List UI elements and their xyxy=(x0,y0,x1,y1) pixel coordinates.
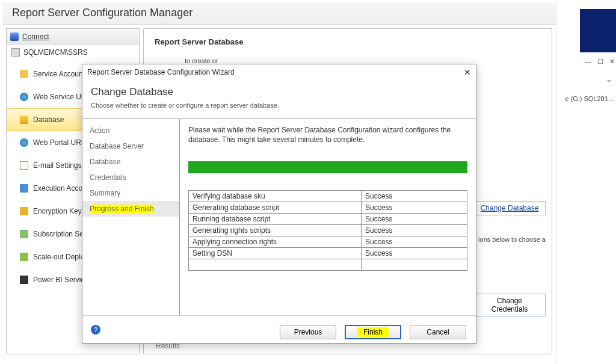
wizard-step-summary[interactable]: Summary xyxy=(82,185,179,201)
window-title: Report Server Configuration Manager xyxy=(2,2,556,25)
table-row: Setting DSNSuccess xyxy=(189,248,467,259)
close-icon[interactable]: ✕ xyxy=(609,58,615,66)
sidebar-item-label: Service Account xyxy=(33,70,85,78)
wizard-heading: Change Database xyxy=(91,86,467,98)
wizard-titlebar: Report Server Database Configuration Wiz… xyxy=(82,64,476,80)
connect-icon xyxy=(10,32,19,41)
wizard-results-table: Verifying database skuSuccess Generating… xyxy=(188,190,467,271)
table-row: Generating database scriptSuccess xyxy=(189,202,467,214)
status-cell: Success xyxy=(362,214,467,225)
panel-title: Report Server Database xyxy=(155,37,541,46)
wizard-step-database[interactable]: Database xyxy=(82,154,179,170)
button-label: Change Credentials xyxy=(491,297,528,313)
connect-label: Connect xyxy=(22,32,49,41)
table-row: Generating rights scriptsSuccess xyxy=(189,225,467,236)
connect-button[interactable]: Connect xyxy=(7,29,139,45)
subscription-icon xyxy=(20,230,28,238)
task-cell: Setting DSN xyxy=(189,248,362,259)
help-icon[interactable]: ? xyxy=(91,325,100,335)
wizard-step-label: Summary xyxy=(90,189,120,197)
status-cell: Success xyxy=(362,248,467,259)
button-label: Finish xyxy=(357,327,389,337)
wizard-progress-bar xyxy=(188,161,467,173)
key-icon xyxy=(20,207,28,215)
wizard-content: Please wait while the Report Server Data… xyxy=(180,119,476,315)
wizard-step-progress-finish[interactable]: Progress and Finish xyxy=(82,201,179,217)
wizard-subheading: Choose whether to create or configure a … xyxy=(91,102,467,109)
wizard-header: Change Database Choose whether to create… xyxy=(82,80,476,119)
wizard-message: Please wait while the Report Server Data… xyxy=(188,125,467,144)
wizard-step-credentials[interactable]: Credentials xyxy=(82,170,179,185)
window-title-text: Report Server Configuration Manager xyxy=(12,7,192,19)
change-credentials-button[interactable]: Change Credentials xyxy=(473,294,546,316)
button-label: Change Database xyxy=(481,204,539,212)
wizard-step-label: Database xyxy=(90,158,120,166)
table-row-empty xyxy=(189,259,467,271)
background-window-controls: — ☐ ✕ xyxy=(585,58,615,66)
wizard-close-button[interactable]: ✕ xyxy=(464,67,471,77)
wizard-step-label: Credentials xyxy=(90,173,126,182)
change-database-button[interactable]: Change Database xyxy=(473,201,546,215)
scale-icon xyxy=(20,253,28,261)
previous-button[interactable]: Previous xyxy=(280,325,336,339)
user-icon xyxy=(20,70,28,78)
wizard-step-label: Action xyxy=(90,126,109,135)
chevron-down-icon[interactable]: ⌄ xyxy=(606,75,612,84)
table-row: Applying connection rightsSuccess xyxy=(189,236,467,248)
sidebar-item-label: Web Portal URL xyxy=(33,138,85,147)
sidebar-item-label: E-mail Settings xyxy=(33,161,82,170)
wizard-step-label: Progress and Finish xyxy=(90,205,154,213)
status-cell xyxy=(362,259,467,271)
minimize-icon[interactable]: — xyxy=(585,58,591,66)
server-node-label: SQLMEMCM\SSRS xyxy=(23,48,88,57)
cancel-button[interactable]: Cancel xyxy=(410,325,466,339)
task-cell: Running database script xyxy=(189,214,362,225)
task-cell: Verifying database sku xyxy=(189,191,362,202)
table-row: Running database scriptSuccess xyxy=(189,214,467,225)
background-drive-label: e (G:) SQL201... xyxy=(565,95,614,102)
execution-icon xyxy=(20,184,28,193)
wizard-step-action[interactable]: Action xyxy=(82,123,179,138)
task-cell: Applying connection rights xyxy=(189,236,362,248)
server-icon xyxy=(11,48,20,57)
maximize-icon[interactable]: ☐ xyxy=(597,58,603,66)
wizard-title: Report Server Database Configuration Wiz… xyxy=(87,68,235,76)
finish-button[interactable]: Finish xyxy=(345,325,401,339)
wizard-step-database-server[interactable]: Database Server xyxy=(82,138,179,154)
background-dark-area xyxy=(580,9,616,52)
status-cell: Success xyxy=(362,191,467,202)
task-cell: Generating database script xyxy=(189,202,362,214)
background-window: — ☐ ✕ ⌄ e (G:) SQL201... xyxy=(556,0,616,364)
sidebar-item-label: Power BI Service xyxy=(33,276,88,284)
powerbi-icon xyxy=(20,276,28,284)
wizard-footer: ? Previous Finish Cancel xyxy=(82,315,476,348)
database-icon xyxy=(20,116,28,124)
task-cell: Generating rights scripts xyxy=(189,225,362,236)
table-row: Verifying database skuSuccess xyxy=(189,191,467,202)
task-cell xyxy=(189,259,362,271)
status-cell: Success xyxy=(362,202,467,214)
globe-icon xyxy=(20,93,28,101)
button-label: Cancel xyxy=(427,328,449,336)
database-wizard-dialog: Report Server Database Configuration Wiz… xyxy=(82,64,476,344)
mail-icon xyxy=(20,161,28,170)
button-label: Previous xyxy=(294,328,322,336)
portal-icon xyxy=(20,138,28,147)
server-node[interactable]: SQLMEMCM\SSRS xyxy=(7,45,139,57)
sidebar-item-label: Database xyxy=(33,116,64,124)
status-cell: Success xyxy=(362,225,467,236)
wizard-step-list: Action Database Server Database Credenti… xyxy=(82,119,180,315)
wizard-step-label: Database Server xyxy=(90,142,144,150)
sidebar-item-label: Encryption Keys xyxy=(33,207,85,215)
status-cell: Success xyxy=(362,236,467,248)
